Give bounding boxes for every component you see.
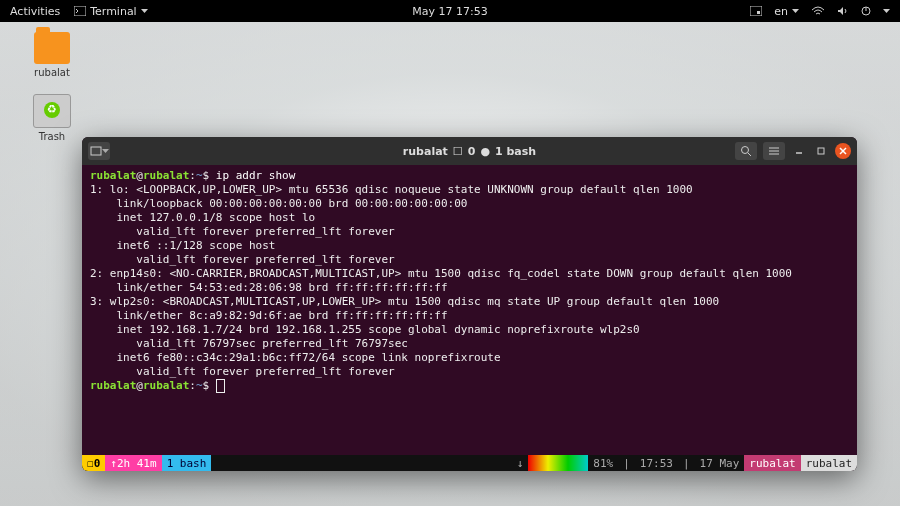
close-icon [838, 146, 848, 156]
svg-rect-5 [91, 147, 101, 155]
desktop-folder-rubalat[interactable]: rubalat [22, 32, 82, 78]
status-uptime: ↑ 2h 41m [105, 455, 161, 471]
folder-icon [34, 32, 70, 64]
top-panel: Activities Terminal May 17 17:53 en [0, 0, 900, 22]
output-line: link/loopback 00:00:00:00:00:00 brd 00:0… [90, 197, 468, 210]
cursor [216, 379, 225, 393]
output-line: link/ether 54:53:ed:28:06:98 brd ff:ff:f… [90, 281, 448, 294]
output-line: link/ether 8c:a9:82:9d:6f:ae brd ff:ff:f… [90, 309, 448, 322]
output-line: inet 127.0.0.1/8 scope host lo [90, 211, 315, 224]
chevron-down-icon [102, 149, 109, 154]
svg-rect-0 [74, 6, 86, 16]
minimize-icon [794, 146, 804, 156]
prompt-host: rubalat [143, 379, 189, 392]
chevron-down-icon [141, 9, 148, 14]
close-button[interactable] [835, 143, 851, 159]
desktop-trash[interactable]: ♻ Trash [22, 94, 82, 142]
output-line: 1: lo: <LOOPBACK,UP,LOWER_UP> mtu 65536 … [90, 183, 693, 196]
clock[interactable]: May 17 17:53 [412, 5, 487, 18]
svg-point-6 [742, 147, 749, 154]
language-indicator[interactable]: en [774, 5, 799, 18]
status-session[interactable]: 1 bash [162, 455, 212, 471]
window-title: rubalat ☐0 ●1 bash [403, 145, 536, 158]
search-icon [740, 145, 752, 157]
new-tab-button[interactable] [88, 142, 110, 160]
search-button[interactable] [735, 142, 757, 160]
folder-label: rubalat [22, 67, 82, 78]
svg-rect-1 [750, 6, 762, 16]
svg-rect-12 [818, 148, 824, 154]
output-line: 2: enp14s0: <NO-CARRIER,BROADCAST,MULTIC… [90, 267, 792, 280]
activities-button[interactable]: Activities [10, 5, 60, 18]
output-line: valid_lft 76797sec preferred_lft 76797se… [90, 337, 408, 350]
window-titlebar[interactable]: rubalat ☐0 ●1 bash [82, 137, 857, 165]
output-line: 3: wlp2s0: <BROADCAST,MULTICAST,UP,LOWER… [90, 295, 719, 308]
svg-rect-2 [757, 11, 760, 14]
status-load-bar [528, 455, 588, 471]
minimize-button[interactable] [791, 143, 807, 159]
trash-icon: ♻ [33, 94, 71, 128]
status-sep: | [678, 455, 695, 471]
output-line: valid_lft forever preferred_lft forever [90, 225, 395, 238]
prompt-user: rubalat [90, 169, 136, 182]
prompt-path: ~ [196, 379, 203, 392]
current-app-label: Terminal [90, 5, 137, 18]
entered-command: ip addr show [216, 169, 295, 182]
output-line: inet6 fe80::c34c:29a1:b6c:ff72/64 scope … [90, 351, 501, 364]
status-user: rubalat [744, 455, 800, 471]
menu-button[interactable] [763, 142, 785, 160]
trash-label: Trash [22, 131, 82, 142]
status-load-pct: 81% [588, 455, 618, 471]
wifi-icon[interactable] [811, 6, 825, 16]
chevron-down-icon[interactable] [883, 9, 890, 14]
status-window-number[interactable]: ☐0 [82, 455, 105, 471]
chevron-down-icon [792, 9, 799, 14]
power-icon[interactable] [861, 6, 871, 16]
status-host: rubalat [801, 455, 857, 471]
output-line: inet 192.168.1.7/24 brd 192.168.1.255 sc… [90, 323, 640, 336]
output-line: valid_lft forever preferred_lft forever [90, 365, 395, 378]
maximize-button[interactable] [813, 143, 829, 159]
current-app-menu[interactable]: Terminal [74, 5, 148, 18]
status-time: 17:53 [635, 455, 678, 471]
byobu-status-bar: ☐0 ↑ 2h 41m 1 bash ↓ 81% | 17:53 | 17 Ma… [82, 455, 857, 471]
screenshot-icon[interactable] [750, 6, 762, 16]
output-line: inet6 ::1/128 scope host [90, 239, 275, 252]
volume-icon[interactable] [837, 6, 849, 16]
prompt-host: rubalat [143, 169, 189, 182]
status-sep: | [618, 455, 635, 471]
new-tab-icon [90, 146, 102, 156]
terminal-icon [74, 6, 86, 16]
terminal-window: rubalat ☐0 ●1 bash rubalat@rubalat:~$ ip… [82, 137, 857, 471]
prompt-user: rubalat [90, 379, 136, 392]
terminal-output[interactable]: rubalat@rubalat:~$ ip addr show 1: lo: <… [82, 165, 857, 455]
output-line: valid_lft forever preferred_lft forever [90, 253, 395, 266]
status-date: 17 May [695, 455, 745, 471]
maximize-icon [816, 146, 826, 156]
svg-line-7 [748, 153, 751, 156]
status-arrow: ↓ [512, 455, 529, 471]
hamburger-icon [768, 146, 780, 156]
prompt-path: ~ [196, 169, 203, 182]
